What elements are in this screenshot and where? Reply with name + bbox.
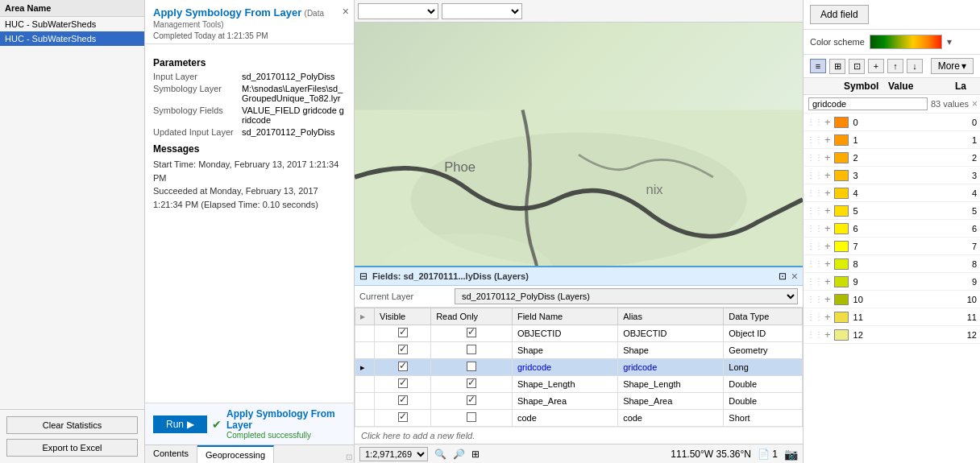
readonly-checkbox[interactable] — [467, 345, 476, 354]
sym-color-swatch[interactable] — [834, 241, 849, 252]
row-visible-cell[interactable] — [375, 393, 431, 410]
readonly-checkbox[interactable] — [467, 378, 476, 388]
sym-row[interactable]: ⋮⋮ + 5 5 — [804, 202, 980, 220]
zoom-icon[interactable]: 🔍 — [434, 449, 446, 460]
fields-table-row[interactable]: codecodeShort — [355, 410, 803, 427]
sym-row[interactable]: ⋮⋮ + 10 10 — [804, 291, 980, 308]
sym-row[interactable]: ⋮⋮ + 4 4 — [804, 184, 980, 202]
fields-table-row[interactable]: ShapeShapeGeometry — [355, 342, 803, 359]
visible-checkbox[interactable] — [398, 395, 408, 405]
sym-row[interactable]: ⋮⋮ + 1 1 — [804, 131, 980, 149]
sym-add-icon[interactable]: + — [824, 329, 831, 341]
row-readonly-cell[interactable] — [431, 325, 513, 342]
fields-table-row[interactable]: OBJECTIDOBJECTIDObject ID — [355, 325, 803, 342]
export-to-excel-button[interactable]: Export to Excel — [6, 439, 138, 457]
sym-filter-clear-icon[interactable]: × — [972, 98, 978, 110]
visible-checkbox[interactable] — [398, 412, 408, 422]
sym-add-icon[interactable]: + — [824, 116, 831, 128]
sym-color-swatch[interactable] — [834, 258, 849, 270]
row-readonly-cell[interactable] — [431, 376, 513, 393]
col-arrow-icon[interactable]: ▸ — [360, 311, 365, 322]
fields-table-row[interactable]: Shape_AreaShape_AreaDouble — [355, 393, 803, 410]
fields-options-icon[interactable]: ⊡ — [779, 271, 787, 282]
run-button[interactable]: Run ▶ — [153, 415, 207, 433]
resize-handle[interactable]: ⊡ — [346, 453, 352, 461]
add-field-row[interactable]: Click here to add a new field. — [355, 427, 803, 444]
sym-row[interactable]: ⋮⋮ + 3 3 — [804, 167, 980, 184]
sym-grid-view-button[interactable]: ⊞ — [829, 59, 845, 74]
sym-row[interactable]: ⋮⋮ + 11 11 — [804, 308, 980, 326]
visible-checkbox[interactable] — [398, 328, 408, 337]
more-button[interactable]: More ▾ — [931, 58, 974, 74]
sym-row[interactable]: ⋮⋮ + 7 7 — [804, 238, 980, 255]
sym-up-button[interactable]: ↑ — [887, 59, 903, 73]
map-dropdown-2[interactable] — [442, 3, 522, 19]
sym-color-swatch[interactable] — [834, 170, 849, 181]
gp-item-title[interactable]: Apply Symbology From Layer — [226, 408, 346, 431]
map-container[interactable]: Phoe nix ⊟ Fields: sd_20170111...lyDiss … — [355, 23, 803, 444]
visible-checkbox[interactable] — [398, 378, 408, 388]
scale-select[interactable]: 1:2,971,269 — [359, 447, 428, 461]
sym-add-icon[interactable]: + — [824, 222, 831, 234]
sym-color-swatch[interactable] — [834, 117, 849, 128]
sym-color-swatch[interactable] — [834, 188, 849, 199]
row-readonly-cell[interactable] — [431, 393, 513, 410]
add-field-button[interactable]: Add field — [810, 5, 869, 24]
row-visible-cell[interactable] — [375, 359, 431, 376]
sym-add-icon[interactable]: + — [824, 258, 831, 270]
tab-contents[interactable]: Contents — [145, 445, 197, 463]
visible-checkbox[interactable] — [398, 362, 408, 371]
visible-checkbox[interactable] — [398, 345, 408, 354]
readonly-checkbox[interactable] — [467, 412, 476, 422]
clear-statistics-button[interactable]: Clear Statistics — [6, 416, 138, 434]
row-visible-cell[interactable] — [375, 325, 431, 342]
sym-color-swatch[interactable] — [834, 152, 849, 163]
readonly-checkbox[interactable] — [467, 395, 476, 405]
sym-row[interactable]: ⋮⋮ + 0 0 — [804, 114, 980, 131]
area-item-1[interactable]: HUC - SubWaterSheds — [0, 31, 144, 46]
sym-add-icon[interactable]: + — [824, 134, 831, 146]
row-readonly-cell[interactable] — [431, 359, 513, 376]
sym-list-view-button[interactable]: ≡ — [810, 59, 826, 73]
row-visible-cell[interactable] — [375, 342, 431, 359]
close-icon[interactable]: × — [343, 5, 349, 18]
sym-color-swatch[interactable] — [834, 205, 849, 217]
sym-add-icon[interactable]: + — [824, 169, 831, 181]
sym-add-button[interactable]: + — [868, 59, 884, 73]
sym-row[interactable]: ⋮⋮ + 9 9 — [804, 273, 980, 291]
zoom-icon2[interactable]: 🔎 — [453, 449, 465, 460]
camera-icon[interactable]: 📷 — [784, 448, 798, 461]
row-visible-cell[interactable] — [375, 410, 431, 427]
color-gradient[interactable] — [870, 35, 942, 49]
readonly-checkbox[interactable] — [467, 328, 476, 337]
sym-color-swatch[interactable] — [834, 134, 849, 146]
tab-geoprocessing[interactable]: Geoprocessing — [197, 445, 274, 463]
sym-color-swatch[interactable] — [834, 294, 849, 305]
sym-color-swatch[interactable] — [834, 329, 849, 341]
page-icon[interactable]: 📄 — [758, 449, 770, 460]
color-scheme-dropdown-icon[interactable]: ▾ — [947, 36, 952, 48]
sym-filter-input[interactable] — [808, 97, 928, 110]
sym-add-icon[interactable]: + — [824, 151, 831, 163]
row-visible-cell[interactable] — [375, 376, 431, 393]
sym-down-button[interactable]: ↓ — [907, 59, 923, 73]
sym-group-button[interactable]: ⊡ — [849, 59, 865, 74]
map-grid-icon[interactable]: ⊞ — [471, 449, 480, 460]
area-item-0[interactable]: HUC - SubWaterSheds — [0, 17, 144, 31]
sym-row[interactable]: ⋮⋮ + 12 12 — [804, 326, 980, 344]
fields-collapse-icon[interactable]: ⊟ — [359, 271, 368, 282]
map-dropdown-1[interactable] — [358, 3, 438, 19]
sym-add-icon[interactable]: + — [824, 293, 831, 305]
row-readonly-cell[interactable] — [431, 342, 513, 359]
sym-row[interactable]: ⋮⋮ + 2 2 — [804, 149, 980, 167]
sym-color-swatch[interactable] — [834, 223, 849, 234]
fields-close-icon[interactable]: × — [791, 270, 798, 283]
fields-table-row[interactable]: Shape_LengthShape_LengthDouble — [355, 376, 803, 393]
sym-add-icon[interactable]: + — [824, 311, 831, 323]
sym-add-icon[interactable]: + — [824, 187, 831, 199]
readonly-checkbox[interactable] — [467, 362, 476, 371]
sym-row[interactable]: ⋮⋮ + 8 8 — [804, 255, 980, 273]
sym-color-swatch[interactable] — [834, 312, 849, 323]
current-layer-select[interactable]: sd_20170112_PolyDiss (Layers) — [455, 288, 798, 304]
sym-add-icon[interactable]: + — [824, 205, 831, 217]
